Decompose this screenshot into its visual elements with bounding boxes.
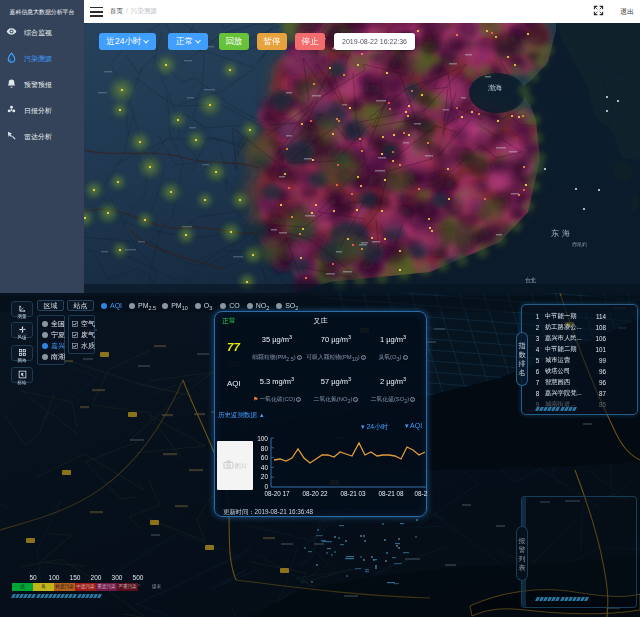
- svg-text:渤海: 渤海: [488, 84, 502, 92]
- svg-text:08-21 13: 08-21 13: [415, 490, 428, 497]
- svg-text:60: 60: [261, 454, 269, 461]
- svg-text:80: 80: [261, 445, 269, 452]
- svg-text:08-21 03: 08-21 03: [341, 490, 366, 497]
- svg-text:东海: 东海: [551, 229, 573, 238]
- svg-text:赤尾屿: 赤尾屿: [571, 241, 587, 248]
- svg-text:08-21 08: 08-21 08: [379, 490, 404, 497]
- svg-text:0: 0: [264, 483, 268, 490]
- svg-text:台北: 台北: [525, 277, 537, 284]
- svg-text:100: 100: [257, 435, 268, 442]
- svg-text:08-20 22: 08-20 22: [303, 490, 328, 497]
- svg-text:08-20 17: 08-20 17: [265, 490, 290, 497]
- svg-text:20: 20: [261, 473, 269, 480]
- svg-text:40: 40: [261, 464, 269, 471]
